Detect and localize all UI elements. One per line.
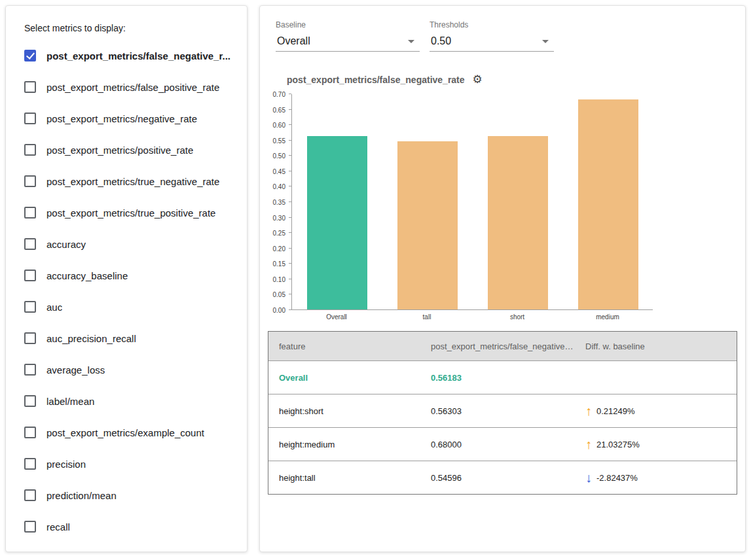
diff-value: 0.21249% [596, 406, 635, 416]
metric-label: accuracy [46, 239, 86, 250]
checkbox-checked-icon[interactable] [24, 50, 36, 61]
checkbox-icon[interactable] [24, 458, 36, 470]
y-tick-label: 0.70 [273, 91, 285, 98]
metrics-table: featurepost_export_metrics/false_negativ… [268, 331, 737, 495]
checkbox-icon[interactable] [24, 81, 36, 93]
checkbox-icon[interactable] [24, 521, 36, 533]
checkbox-icon[interactable] [24, 144, 36, 156]
y-tick-label: 0.30 [273, 214, 285, 221]
y-tick-label: 0.25 [273, 230, 285, 237]
baseline-select[interactable]: Overall [276, 32, 420, 52]
baseline-control: Baseline Overall [276, 20, 420, 52]
checkbox-icon[interactable] [24, 332, 36, 344]
thresholds-selected-value: 0.50 [431, 35, 451, 47]
table-header-metric: post_export_metrics/false_negative_rat..… [420, 341, 575, 351]
table-body: Overall0.56183height:short0.56303↑0.2124… [268, 360, 737, 494]
bar-short[interactable] [488, 136, 548, 309]
metric-select-title: Select metrics to display: [24, 23, 231, 33]
diff-cell: ↑0.21249% [575, 404, 737, 417]
table-row[interactable]: height:short0.56303↑0.21249% [268, 394, 737, 427]
metric-item[interactable]: auc_precision_recall [24, 323, 231, 354]
x-tick-label: Overall [291, 313, 382, 321]
metric-item[interactable]: post_export_metrics/false_negative_r... [24, 40, 231, 71]
settings-icon[interactable]: ⚙ [473, 74, 483, 85]
y-tick-label: 0.05 [273, 291, 285, 298]
checkbox-icon[interactable] [24, 364, 36, 376]
table-row[interactable]: height:tall0.54596↓-2.82437% [268, 461, 737, 494]
bar-medium[interactable] [578, 99, 638, 309]
metric-item[interactable]: accuracy_baseline [24, 260, 231, 291]
baseline-selected-value: Overall [277, 35, 310, 47]
checkbox-icon[interactable] [24, 175, 36, 187]
bar-Overall[interactable] [307, 136, 367, 309]
metric-label: post_export_metrics/true_negative_rate [46, 176, 219, 187]
chart-title: post_export_metrics/false_negative_rate [287, 75, 465, 85]
controls-bar: Baseline Overall Thresholds 0.50 [260, 6, 745, 52]
metric-label: recall [46, 521, 70, 533]
arrow-down-icon: ↓ [585, 471, 592, 484]
chart-panel: Baseline Overall Thresholds 0.50 post_ex… [259, 5, 746, 552]
feature-cell: height:medium [268, 440, 420, 449]
y-tick-label: 0.15 [273, 260, 285, 268]
checkbox-icon[interactable] [24, 395, 36, 407]
metric-label: auc_precision_recall [46, 333, 136, 344]
metric-item[interactable]: post_export_metrics/false_positive_rate [24, 71, 231, 103]
checkbox-icon[interactable] [24, 207, 36, 219]
thresholds-control: Thresholds 0.50 [430, 20, 554, 52]
thresholds-select[interactable]: 0.50 [430, 32, 554, 52]
metric-label: precision [46, 459, 86, 470]
table-row[interactable]: height:medium0.68000↑21.03275% [268, 427, 737, 461]
table-header-diff: Diff. w. baseline [575, 341, 737, 351]
metric-item[interactable]: precision [24, 448, 231, 480]
metric-label: accuracy_baseline [46, 270, 128, 281]
metric-item[interactable]: post_export_metrics/positive_rate [24, 134, 231, 166]
thresholds-label: Thresholds [430, 20, 554, 29]
metric-item[interactable]: post_export_metrics/example_count [24, 417, 231, 448]
table-row[interactable]: Overall0.56183 [268, 360, 737, 394]
y-tick-label: 0.35 [273, 199, 285, 206]
metric-label: label/mean [46, 396, 94, 407]
y-tick-label: 0.45 [273, 167, 285, 175]
x-tick-label: medium [562, 313, 653, 321]
metric-item[interactable]: post_export_metrics/true_negative_rate [24, 166, 231, 197]
metric-label: post_export_metrics/example_count [46, 427, 204, 438]
checkbox-icon[interactable] [24, 489, 36, 501]
metric-item[interactable]: recall [24, 511, 231, 542]
chevron-down-icon [542, 40, 549, 43]
metric-item[interactable]: label/mean [24, 385, 231, 417]
bar-tall[interactable] [397, 141, 458, 309]
checkbox-icon[interactable] [24, 427, 36, 438]
metric-item[interactable]: auc [24, 291, 231, 323]
y-axis: 0.000.050.100.150.200.250.300.350.400.45… [263, 94, 291, 310]
diff-value: -2.82437% [596, 473, 638, 483]
metric-item[interactable]: prediction/mean [24, 480, 231, 511]
checkbox-icon[interactable] [24, 238, 36, 250]
metric-item[interactable]: average_loss [24, 354, 231, 385]
feature-cell: height:tall [268, 473, 420, 483]
metric-select-panel: Select metrics to display: post_export_m… [5, 5, 247, 552]
arrow-up-icon: ↑ [585, 404, 592, 417]
table-header-row: featurepost_export_metrics/false_negativ… [268, 332, 737, 360]
metric-list: post_export_metrics/false_negative_r...p… [24, 40, 231, 542]
checkbox-icon[interactable] [24, 301, 36, 313]
metric-item[interactable]: post_export_metrics/true_positive_rate [24, 197, 231, 228]
metric-item[interactable]: post_export_metrics/negative_rate [24, 103, 231, 134]
checkbox-icon[interactable] [24, 270, 36, 281]
y-tick-label: 0.20 [273, 245, 285, 252]
metric-label: post_export_metrics/positive_rate [46, 145, 193, 156]
metric-label: average_loss [46, 364, 105, 376]
y-tick-label: 0.10 [273, 275, 285, 283]
value-cell: 0.56183 [420, 373, 575, 383]
feature-cell: Overall [268, 373, 420, 383]
y-tick-label: 0.00 [273, 307, 285, 314]
plot-area [291, 94, 653, 310]
table-header-feature: feature [268, 341, 420, 351]
baseline-label: Baseline [276, 20, 420, 29]
metric-item[interactable]: accuracy [24, 228, 231, 260]
arrow-up-icon: ↑ [585, 438, 592, 451]
value-cell: 0.54596 [420, 473, 575, 483]
diff-cell: ↑21.03275% [575, 438, 737, 451]
checkbox-icon[interactable] [24, 113, 36, 124]
metric-label: prediction/mean [46, 490, 117, 501]
metric-label: post_export_metrics/false_positive_rate [46, 82, 219, 93]
